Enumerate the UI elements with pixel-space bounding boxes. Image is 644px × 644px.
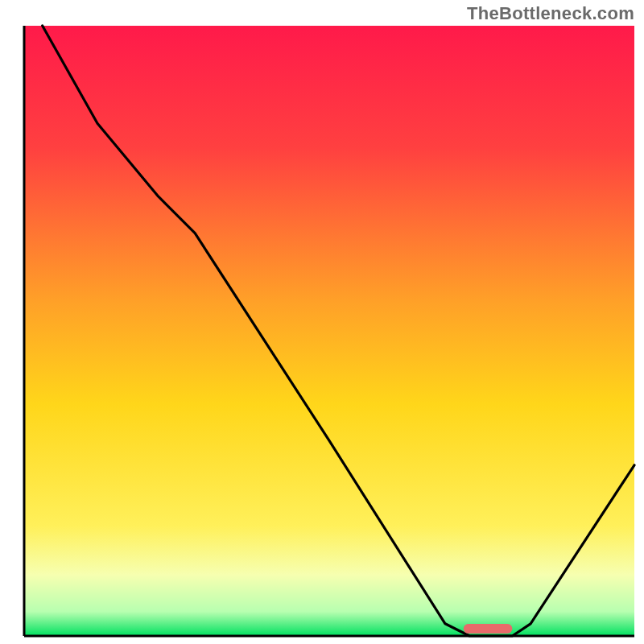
chart-container: TheBottleneck.com — [0, 0, 644, 644]
optimum-marker — [464, 624, 513, 634]
chart-svg — [0, 0, 644, 644]
chart-background — [24, 26, 634, 636]
